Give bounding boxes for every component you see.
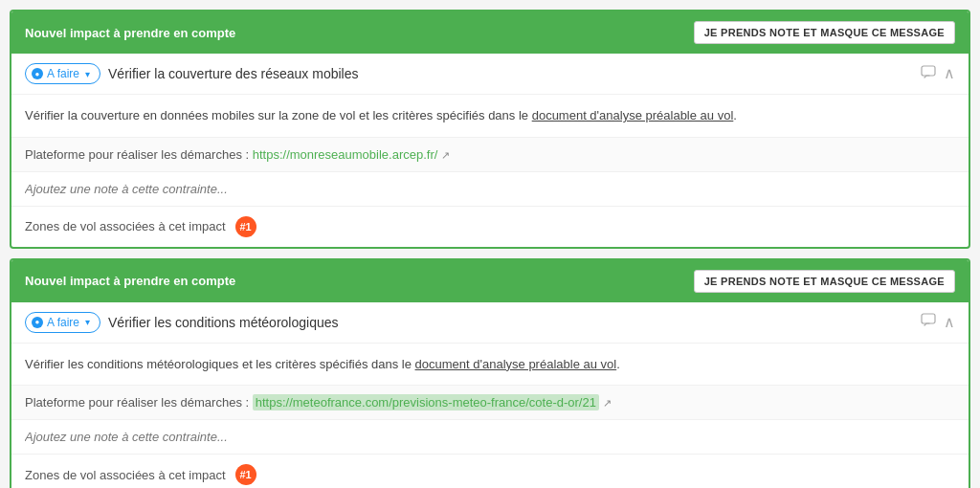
card-title-2: Nouvel impact à prendre en compte: [25, 274, 235, 288]
zones-row-2: Zones de vol associées à cet impact #1: [11, 455, 969, 488]
external-link-icon-1: ↗: [441, 149, 450, 161]
zone-badge-2[interactable]: #1: [235, 464, 256, 485]
status-label-1: A faire: [47, 67, 79, 80]
card-header-1: Nouvel impact à prendre en compte JE PRE…: [11, 11, 969, 54]
status-badge-2[interactable]: ● A faire ▾: [25, 312, 100, 333]
task-title-2: Vérifier les conditions météorologiques: [108, 315, 913, 330]
note-input-1[interactable]: [25, 182, 955, 196]
row-actions-2: ∧: [921, 313, 955, 331]
description-text-end-1: .: [733, 108, 737, 122]
zones-label-1: Zones de vol associées à cet impact: [25, 219, 226, 233]
impact-card-1: Nouvel impact à prendre en compte JE PRE…: [10, 10, 970, 249]
note-input-2[interactable]: [25, 430, 955, 444]
collapse-icon-1[interactable]: ∧: [944, 66, 955, 81]
svg-rect-0: [922, 66, 935, 76]
status-label-2: A faire: [47, 316, 79, 329]
status-dot-1: ●: [32, 68, 43, 79]
task-row-1: ● A faire ▾ Vérifier la couverture des r…: [11, 54, 969, 95]
platform-row-1: Plateforme pour réaliser les démarches :…: [11, 138, 969, 172]
task-row-2: ● A faire ▾ Vérifier les conditions mété…: [11, 302, 969, 344]
collapse-icon-2[interactable]: ∧: [944, 315, 955, 330]
task-title-1: Vérifier la couverture des réseaux mobil…: [108, 66, 913, 81]
description-link-2[interactable]: document d'analyse préalable au vol: [415, 357, 617, 371]
platform-link-1[interactable]: https://monreseaumobile.arcep.fr/: [253, 147, 438, 162]
status-badge-1[interactable]: ● A faire ▾: [25, 63, 100, 84]
comment-icon-1[interactable]: [921, 65, 936, 83]
external-link-icon-2: ↗: [603, 397, 612, 409]
zone-badge-1[interactable]: #1: [235, 216, 256, 237]
description-text-start-1: Vérifier la couverture en données mobile…: [25, 108, 532, 122]
platform-link-2[interactable]: https://meteofrance.com/previsions-meteo…: [253, 394, 599, 410]
status-dot-2: ●: [32, 317, 43, 328]
card-description-1: Vérifier la couverture en données mobile…: [11, 95, 969, 138]
description-text-end-2: .: [616, 357, 620, 371]
row-actions-1: ∧: [921, 65, 955, 83]
comment-icon-2[interactable]: [921, 313, 936, 331]
platform-label-1: Plateforme pour réaliser les démarches :: [25, 147, 249, 162]
impact-card-2: Nouvel impact à prendre en compte JE PRE…: [10, 258, 970, 489]
status-chevron-1: ▾: [85, 69, 90, 79]
zones-label-2: Zones de vol associées à cet impact: [25, 468, 226, 482]
description-text-start-2: Vérifier les conditions météorologiques …: [25, 357, 415, 371]
card-header-2: Nouvel impact à prendre en compte JE PRE…: [11, 260, 969, 302]
description-link-1[interactable]: document d'analyse préalable au vol: [532, 108, 734, 122]
card-title-1: Nouvel impact à prendre en compte: [25, 26, 235, 40]
svg-rect-1: [922, 314, 935, 323]
dismiss-button-2[interactable]: JE PRENDS NOTE ET MASQUE CE MESSAGE: [694, 270, 955, 293]
dismiss-button-1[interactable]: JE PRENDS NOTE ET MASQUE CE MESSAGE: [694, 21, 955, 44]
platform-row-2: Plateforme pour réaliser les démarches :…: [11, 386, 969, 420]
platform-label-2: Plateforme pour réaliser les démarches :: [25, 395, 249, 410]
zones-row-1: Zones de vol associées à cet impact #1: [11, 207, 969, 247]
card-description-2: Vérifier les conditions météorologiques …: [11, 344, 969, 387]
status-chevron-2: ▾: [85, 317, 90, 327]
note-row-1[interactable]: [11, 172, 969, 207]
note-row-2[interactable]: [11, 420, 969, 455]
